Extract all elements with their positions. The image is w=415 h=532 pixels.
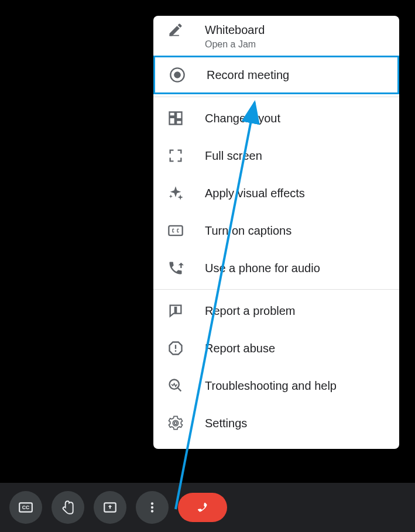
end-call-button[interactable]: [178, 493, 227, 522]
phone-forward-icon: [167, 260, 184, 276]
svg-rect-3: [169, 226, 182, 235]
troubleshoot-icon: [167, 377, 184, 394]
menu-item-label: Report abuse: [205, 340, 275, 356]
menu-item-whiteboard[interactable]: Whiteboard Open a Jam: [153, 16, 399, 56]
menu-divider: [153, 289, 399, 290]
menu-item-label: Full screen: [205, 147, 262, 164]
menu-item-label: Use a phone for audio: [205, 260, 320, 276]
menu-item-effects[interactable]: Apply visual effects: [153, 174, 399, 212]
sparkle-icon: [167, 185, 184, 201]
menu-item-label: Report a problem: [205, 303, 296, 319]
menu-item-troubleshoot[interactable]: Troubleshooting and help: [153, 367, 399, 404]
menu-item-report-abuse[interactable]: Report abuse: [153, 330, 399, 367]
menu-item-captions[interactable]: Turn on captions: [153, 212, 399, 249]
menu-item-layout[interactable]: Change layout: [153, 99, 399, 137]
menu-item-phone[interactable]: Use a phone for audio: [153, 249, 399, 287]
record-icon: [169, 67, 186, 83]
svg-rect-6: [175, 351, 176, 352]
more-options-menu: Whiteboard Open a Jam Record meeting Cha…: [153, 16, 399, 449]
svg-rect-5: [175, 345, 176, 349]
menu-item-label: Change layout: [205, 110, 280, 126]
menu-item-sublabel: Open a Jam: [205, 39, 265, 50]
more-options-button[interactable]: [136, 491, 169, 524]
present-button[interactable]: [94, 491, 126, 524]
svg-rect-0: [170, 35, 179, 36]
call-toolbar: CC: [0, 483, 415, 532]
gear-icon: [167, 415, 184, 431]
menu-item-label: Turn on captions: [205, 222, 291, 239]
menu-item-label: Whiteboard: [205, 22, 265, 38]
menu-item-label: Troubleshooting and help: [205, 377, 337, 394]
feedback-icon: [167, 303, 184, 319]
svg-text:CC: CC: [22, 504, 30, 510]
menu-divider: [153, 97, 399, 97]
menu-item-settings[interactable]: Settings: [153, 404, 399, 442]
menu-item-label: Record meeting: [207, 67, 289, 83]
svg-point-2: [174, 71, 181, 78]
raise-hand-button[interactable]: [52, 491, 84, 524]
svg-point-15: [151, 510, 153, 512]
layout-icon: [167, 110, 184, 126]
svg-point-13: [151, 502, 153, 504]
pencil-icon: [167, 22, 184, 38]
cc-icon: [167, 222, 184, 239]
fullscreen-icon: [167, 147, 184, 164]
menu-item-label: Apply visual effects: [205, 185, 305, 201]
menu-item-record[interactable]: Record meeting: [153, 56, 399, 94]
menu-item-fullscreen[interactable]: Full screen: [153, 137, 399, 174]
captions-button[interactable]: CC: [9, 491, 42, 524]
svg-point-14: [151, 506, 153, 509]
abuse-icon: [167, 340, 184, 356]
menu-item-label: Settings: [205, 415, 247, 431]
menu-item-report-problem[interactable]: Report a problem: [153, 292, 399, 330]
